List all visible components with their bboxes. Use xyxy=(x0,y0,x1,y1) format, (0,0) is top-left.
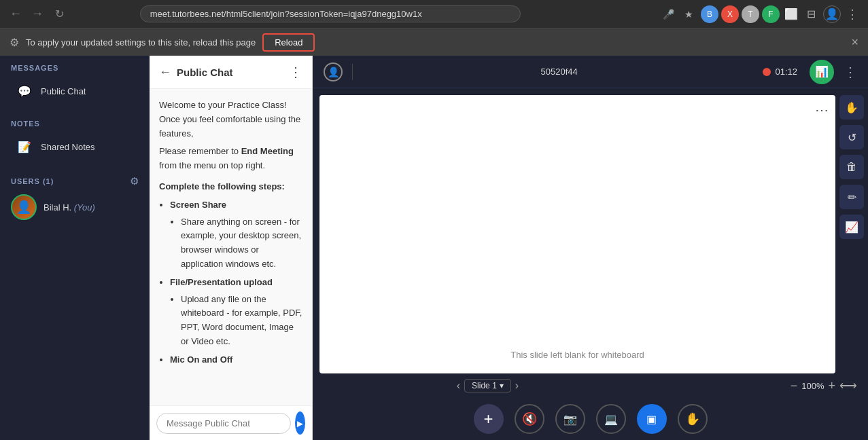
slide-placeholder-text: This slide left blank for whiteboard xyxy=(510,350,644,360)
ext3-icon-btn[interactable]: T xyxy=(742,5,759,23)
wb-recording-time: 01:12 xyxy=(775,67,797,77)
message-steps-title: Complete the following steps: xyxy=(159,180,302,194)
ext4-icon-btn[interactable]: F xyxy=(762,5,780,23)
nav-forward-button[interactable]: → xyxy=(29,5,46,23)
chat-send-button[interactable]: ► xyxy=(295,411,305,435)
ext5-icon-btn[interactable]: ⬜ xyxy=(782,5,800,23)
whiteboard-header: 👤 50520f44 01:12 📊 ⋮ xyxy=(313,56,868,88)
chat-header: ← Public Chat ⋮ xyxy=(150,56,312,89)
notes-icon: 📝 xyxy=(15,137,34,156)
settings-gear-icon: ⚙ xyxy=(10,36,19,49)
next-slide-button[interactable]: › xyxy=(515,380,519,392)
wb-chart-button[interactable]: 📊 xyxy=(810,60,834,84)
add-button[interactable]: + xyxy=(474,404,504,434)
close-banner-button[interactable]: × xyxy=(851,35,858,50)
wb-user-icon[interactable]: 👤 xyxy=(324,62,343,81)
wb-session-id: 50520f44 xyxy=(362,67,756,77)
zoom-expand-button[interactable]: ⟷ xyxy=(839,378,857,393)
message-intro: Welcome to your Practice Class! Once you… xyxy=(159,98,302,141)
delete-tool-button[interactable]: 🗑 xyxy=(839,155,864,179)
sidebar-item-public-chat[interactable]: 💬 Public Chat xyxy=(4,76,145,106)
wb-separator xyxy=(352,64,353,80)
notes-section-title: NOTES xyxy=(0,111,150,130)
slide-navigation: ‹ Slide 1 ▾ › xyxy=(457,379,519,392)
profile-icon-btn[interactable]: 👤 xyxy=(823,5,841,23)
main-layout: MESSAGES 💬 Public Chat NOTES 📝 Shared No… xyxy=(0,56,868,440)
hand-tool-button[interactable]: ✋ xyxy=(839,95,864,120)
slide-dropdown-icon: ▾ xyxy=(500,381,504,390)
ext2-icon-btn[interactable]: X xyxy=(721,5,739,23)
bottom-toolbar: + 🔇 📷 💻 ▣ ✋ xyxy=(313,398,868,440)
annotation-tool-button[interactable]: ✏ xyxy=(839,185,864,209)
chat-panel: ← Public Chat ⋮ Welcome to your Practice… xyxy=(150,56,313,440)
chart-tool-button[interactable]: 📈 xyxy=(839,215,864,239)
chat-title: Public Chat xyxy=(177,67,283,78)
step-screen-share: Screen Share Share anything on screen - … xyxy=(170,198,302,272)
browser-chrome: ← → ↻ meet.tutorbees.net/html5client/joi… xyxy=(0,0,868,29)
user-avatar: 👤 xyxy=(11,194,37,220)
canvas-more-button[interactable]: ⋯ xyxy=(815,102,829,118)
step-screen-share-detail: Share anything on screen - for example, … xyxy=(181,215,302,272)
mute-button[interactable]: 🔇 xyxy=(515,404,544,434)
video-button[interactable]: 📷 xyxy=(555,404,585,434)
step-mic: Mic On and Off xyxy=(170,353,302,367)
zoom-level: 100% xyxy=(801,381,824,391)
slide-label-text: Slide 1 xyxy=(472,381,497,390)
message-note: Please remember to End Meeting from the … xyxy=(159,145,302,173)
user-name: Bilal H. (You) xyxy=(44,202,95,213)
chat-message: Welcome to your Practice Class! Once you… xyxy=(159,98,302,367)
zoom-controls: − 100% + ⟷ xyxy=(791,378,857,393)
message-steps-list: Screen Share Share anything on screen - … xyxy=(170,198,302,367)
chat-messages: Welcome to your Practice Class! Once you… xyxy=(150,89,312,405)
mic-icon-btn[interactable]: 🎤 xyxy=(660,5,678,23)
wb-header-more-button[interactable]: ⋮ xyxy=(844,64,857,80)
chat-message-input[interactable] xyxy=(156,413,291,434)
nav-refresh-button[interactable]: ↻ xyxy=(50,5,68,23)
raise-hand-button[interactable]: ✋ xyxy=(678,404,708,434)
user-you-label: (You) xyxy=(74,202,95,213)
settings-banner: ⚙ To apply your updated settings to this… xyxy=(0,29,868,56)
whiteboard-section: 👤 50520f44 01:12 📊 ⋮ ⋯ This slide left b… xyxy=(313,56,868,440)
chrome-more-btn[interactable]: ⋮ xyxy=(844,5,861,23)
users-section-header: USERS (1) ⚙ xyxy=(0,167,150,190)
ext1-icon-btn[interactable]: B xyxy=(701,5,718,23)
url-text: meet.tutorbees.net/html5client/join?sess… xyxy=(150,9,422,19)
prev-slide-button[interactable]: ‹ xyxy=(457,380,460,392)
address-bar[interactable]: meet.tutorbees.net/html5client/join?sess… xyxy=(140,5,521,22)
user-item-bilal: 👤 Bilal H. (You) xyxy=(0,190,150,224)
chat-icon: 💬 xyxy=(15,81,34,100)
zoom-in-button[interactable]: + xyxy=(828,379,835,393)
sidebar-shared-notes-label: Shared Notes xyxy=(41,142,95,152)
star-icon-btn[interactable]: ★ xyxy=(680,5,698,23)
whiteboard-footer: ‹ Slide 1 ▾ › − 100% + ⟷ xyxy=(313,373,868,398)
sidebar-public-chat-label: Public Chat xyxy=(41,86,86,96)
undo-tool-button[interactable]: ↺ xyxy=(839,125,864,149)
nav-back-button[interactable]: ← xyxy=(7,5,24,23)
browser-icons: 🎤 ★ B X T F ⬜ ⊟ 👤 ⋮ xyxy=(660,5,861,23)
slide-label-button[interactable]: Slide 1 ▾ xyxy=(464,379,511,392)
whiteboard-canvas: ⋯ This slide left blank for whiteboard xyxy=(319,95,835,373)
users-section-title: USERS (1) xyxy=(11,177,54,185)
messages-section-title: MESSAGES xyxy=(0,56,150,75)
settings-banner-text: To apply your updated settings to this s… xyxy=(26,37,256,48)
wb-recording-indicator: 01:12 xyxy=(763,67,797,77)
sidebar-item-shared-notes[interactable]: 📝 Shared Notes xyxy=(4,132,145,162)
present-button[interactable]: ▣ xyxy=(637,404,667,434)
zoom-out-button[interactable]: − xyxy=(791,379,798,393)
whiteboard-body: ⋯ This slide left blank for whiteboard ✋… xyxy=(313,88,868,373)
chat-back-button[interactable]: ← xyxy=(159,65,171,79)
step-file-upload: File/Presentation upload Upload any file… xyxy=(170,276,302,349)
reload-button[interactable]: Reload xyxy=(262,33,315,52)
screen-share-button[interactable]: 💻 xyxy=(596,404,626,434)
left-sidebar: MESSAGES 💬 Public Chat NOTES 📝 Shared No… xyxy=(0,56,150,440)
chat-input-area: ► xyxy=(150,405,312,440)
chat-more-button[interactable]: ⋮ xyxy=(289,64,302,80)
step-file-upload-detail: Upload any file on the whiteboard - for … xyxy=(181,293,302,349)
ext6-icon-btn[interactable]: ⊟ xyxy=(803,5,820,23)
whiteboard-toolbar: ✋ ↺ 🗑 ✏ 📈 xyxy=(835,88,868,373)
users-gear-button[interactable]: ⚙ xyxy=(130,175,139,187)
rec-dot xyxy=(763,68,771,76)
